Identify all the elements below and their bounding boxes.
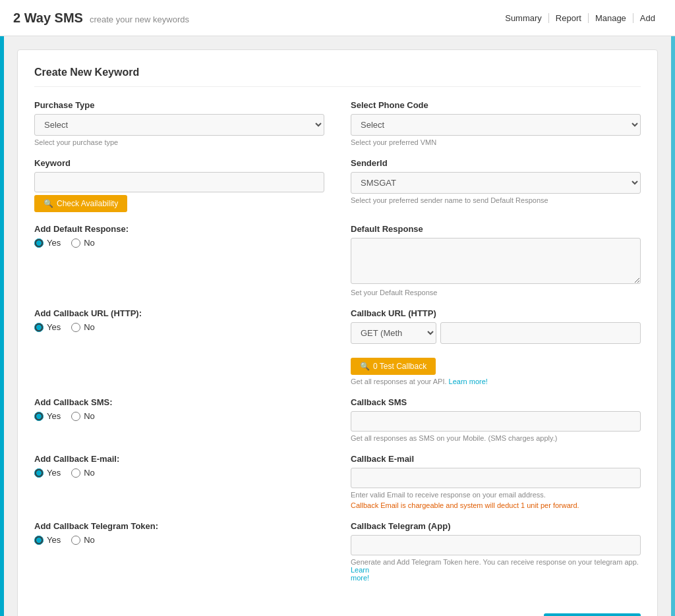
callback-sms-label: Callback SMS bbox=[351, 397, 641, 407]
callback-sms-no-option[interactable]: No bbox=[71, 411, 95, 421]
card-title: Create New Keyword bbox=[34, 67, 641, 87]
nav-manage[interactable]: Manage bbox=[589, 13, 633, 23]
search-icon: 🔍 bbox=[44, 199, 53, 208]
callback-email-no-option[interactable]: No bbox=[71, 468, 95, 478]
header: 2 Way SMS create your new keywords Summa… bbox=[0, 0, 675, 36]
callback-telegram-input[interactable] bbox=[351, 535, 641, 555]
callback-email-input[interactable] bbox=[351, 468, 641, 488]
add-callback-sms-section: Add Callback SMS: Yes No bbox=[34, 397, 324, 442]
keyword-section: Keyword zapier 🔍 Check Availability bbox=[34, 158, 324, 212]
save-changes-button[interactable]: 💾 Save Changes bbox=[544, 613, 641, 616]
callback-url-input[interactable] bbox=[440, 322, 641, 344]
phone-code-hint: Select your preferred VMN bbox=[351, 138, 641, 146]
callback-email-warning: Callback Email is chargeable and system … bbox=[351, 501, 641, 509]
add-callback-sms-radios: Yes No bbox=[34, 411, 324, 421]
callback-email-yes-option[interactable]: Yes bbox=[34, 468, 61, 478]
callback-email-no-radio[interactable] bbox=[71, 468, 80, 478]
nav-add[interactable]: Add bbox=[633, 13, 662, 23]
nav-report[interactable]: Report bbox=[549, 13, 589, 23]
default-response-yes-radio[interactable] bbox=[34, 238, 44, 248]
add-callback-sms-label: Add Callback SMS: bbox=[34, 397, 324, 407]
add-callback-email-label: Add Callback E-mail: bbox=[34, 454, 324, 464]
callback-url-no-radio[interactable] bbox=[71, 323, 80, 332]
sender-id-hint: Select your preferred sender name to sen… bbox=[351, 196, 641, 204]
callback-sms-no-radio[interactable] bbox=[71, 412, 80, 421]
app-subtitle: create your new keywords bbox=[90, 14, 189, 24]
callback-sms-input[interactable] bbox=[351, 411, 641, 432]
save-row: 💾 Save Changes bbox=[34, 607, 641, 616]
add-default-response-section: Add Default Response: Yes No bbox=[34, 224, 324, 296]
callback-url-row: GET (Meth bbox=[351, 322, 641, 344]
keyword-label: Keyword bbox=[34, 158, 324, 168]
add-callback-telegram-label: Add Callback Telegram Token: bbox=[34, 521, 324, 531]
callback-telegram-yes-option[interactable]: Yes bbox=[34, 535, 61, 545]
sender-id-section: SenderId SMSGAT Select your preferred se… bbox=[351, 158, 641, 212]
purchase-type-section: Purchase Type Select Select your purchas… bbox=[34, 100, 324, 146]
search-icon-test: 🔍 bbox=[360, 362, 370, 371]
callback-sms-yes-radio[interactable] bbox=[34, 412, 44, 421]
telegram-more-link[interactable]: more! bbox=[351, 574, 369, 582]
main-content: Create New Keyword Purchase Type Select … bbox=[4, 36, 671, 616]
nav-summary[interactable]: Summary bbox=[498, 13, 549, 23]
telegram-learn-more[interactable]: Learn bbox=[351, 566, 369, 574]
default-response-no-radio[interactable] bbox=[71, 238, 80, 248]
callback-url-method-select[interactable]: GET (Meth bbox=[351, 322, 436, 344]
callback-url-hint: Get all responses at your API. Learn mor… bbox=[351, 378, 641, 385]
add-callback-url-section: Add Callback URL (HTTP): Yes No bbox=[34, 308, 324, 385]
phone-code-label: Select Phone Code bbox=[351, 100, 641, 110]
callback-sms-hint: Get all responses as SMS on your Mobile.… bbox=[351, 434, 641, 442]
callback-email-section: Callback E-mail Enter valid Email to rec… bbox=[351, 454, 641, 509]
callback-email-hint: Enter valid Email to receive response on… bbox=[351, 491, 641, 499]
header-nav: Summary Report Manage Add bbox=[498, 13, 662, 23]
callback-telegram-label: Callback Telegram (App) bbox=[351, 521, 641, 531]
purchase-type-select[interactable]: Select bbox=[34, 114, 324, 136]
callback-url-learn-more[interactable]: Learn more! bbox=[449, 378, 488, 385]
header-left: 2 Way SMS create your new keywords bbox=[13, 11, 189, 26]
default-response-section: Default Response Set your Default Respon… bbox=[351, 224, 641, 296]
phone-code-section: Select Phone Code Select Select your pre… bbox=[351, 100, 641, 146]
callback-url-section: Callback URL (HTTP) GET (Meth 🔍 0 Test C… bbox=[351, 308, 641, 385]
add-callback-url-label: Add Callback URL (HTTP): bbox=[34, 308, 324, 318]
form-grid: Purchase Type Select Select your purchas… bbox=[34, 100, 641, 594]
default-response-hint: Set your Default Response bbox=[351, 289, 641, 296]
callback-url-yes-option[interactable]: Yes bbox=[34, 322, 61, 332]
default-response-textarea[interactable] bbox=[351, 238, 641, 284]
page-wrapper: Create New Keyword Purchase Type Select … bbox=[0, 36, 675, 616]
add-callback-url-radios: Yes No bbox=[34, 322, 324, 332]
callback-telegram-yes-radio[interactable] bbox=[34, 536, 44, 545]
callback-email-yes-radio[interactable] bbox=[34, 468, 44, 478]
sender-id-select[interactable]: SMSGAT bbox=[351, 172, 641, 194]
add-callback-email-section: Add Callback E-mail: Yes No bbox=[34, 454, 324, 509]
callback-telegram-section: Callback Telegram (App) Generate and Add… bbox=[351, 521, 641, 582]
add-default-response-radios: Yes No bbox=[34, 238, 324, 248]
callback-telegram-no-radio[interactable] bbox=[71, 536, 80, 545]
create-keyword-card: Create New Keyword Purchase Type Select … bbox=[17, 49, 658, 616]
default-response-no-option[interactable]: No bbox=[71, 238, 95, 248]
purchase-type-hint: Select your purchase type bbox=[34, 138, 324, 146]
phone-code-select[interactable]: Select bbox=[351, 114, 641, 136]
add-callback-email-radios: Yes No bbox=[34, 468, 324, 478]
sender-id-label: SenderId bbox=[351, 158, 641, 168]
callback-email-label: Callback E-mail bbox=[351, 454, 641, 464]
callback-url-no-option[interactable]: No bbox=[71, 322, 95, 332]
test-callback-button[interactable]: 🔍 0 Test Callback bbox=[351, 358, 436, 375]
callback-url-yes-radio[interactable] bbox=[34, 323, 44, 332]
keyword-input[interactable]: zapier bbox=[34, 172, 324, 192]
right-scrollbar-accent bbox=[671, 36, 675, 616]
add-callback-telegram-section: Add Callback Telegram Token: Yes No bbox=[34, 521, 324, 582]
purchase-type-label: Purchase Type bbox=[34, 100, 324, 110]
default-response-yes-option[interactable]: Yes bbox=[34, 238, 61, 248]
callback-telegram-no-option[interactable]: No bbox=[71, 535, 95, 545]
default-response-label: Default Response bbox=[351, 224, 641, 234]
callback-telegram-hint: Generate and Add Telegram Token here. Yo… bbox=[351, 558, 641, 582]
add-default-response-label: Add Default Response: bbox=[34, 224, 324, 234]
callback-url-label: Callback URL (HTTP) bbox=[351, 308, 641, 318]
app-title: 2 Way SMS bbox=[13, 11, 83, 26]
add-callback-telegram-radios: Yes No bbox=[34, 535, 324, 545]
callback-sms-section: Callback SMS Get all responses as SMS on… bbox=[351, 397, 641, 442]
callback-sms-yes-option[interactable]: Yes bbox=[34, 411, 61, 421]
check-availability-button[interactable]: 🔍 Check Availability bbox=[34, 195, 127, 212]
